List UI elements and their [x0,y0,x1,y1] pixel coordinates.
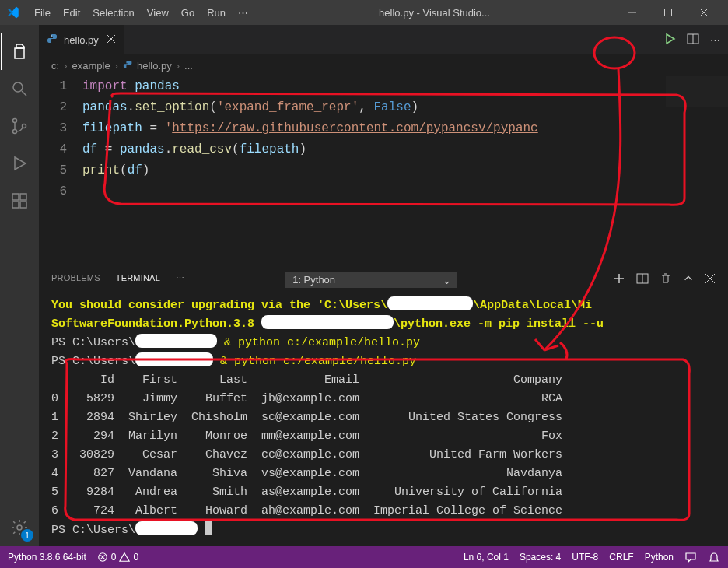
new-terminal-icon[interactable] [613,272,625,287]
tab-hello-py[interactable]: hello.py [39,25,124,54]
window-title: hello.py - Visual Studio... [254,7,614,19]
code-line[interactable]: 6 [39,181,728,202]
run-debug-icon[interactable] [1,145,38,182]
menu-selection[interactable]: Selection [86,7,140,19]
svg-point-7 [13,130,17,134]
chevron-right-icon: › [62,60,68,72]
feedback-icon[interactable] [684,551,697,563]
table-row: 4 827 Vandana Shiva vs@example.com Navda… [51,465,716,483]
status-ln-col[interactable]: Ln 6, Col 1 [464,552,509,563]
svg-rect-12 [20,194,26,200]
source-control-icon[interactable] [1,107,38,145]
table-row: 3 30829 Cesar Chavez cc@example.com Unit… [51,446,716,465]
maximize-button[interactable] [650,0,686,25]
table-row: 6 724 Albert Howard ah@example.com Imper… [51,502,716,521]
line-number: 4 [39,139,82,160]
menu-edit[interactable]: Edit [57,7,86,19]
run-file-button[interactable] [663,33,676,47]
menu-file[interactable]: File [28,7,57,19]
line-number: 5 [39,160,82,181]
close-panel-icon[interactable] [705,273,716,286]
line-number: 3 [39,118,82,139]
chevron-down-icon: ⌄ [443,275,451,286]
code-line[interactable]: 4df = pandas.read_csv(filepath) [39,139,728,160]
line-number: 6 [39,181,82,202]
svg-rect-10 [12,202,19,208]
statusbar: Python 3.8.6 64-bit 0 0 Ln 6, Col 1 Spac… [0,546,728,568]
terminal-cursor [205,521,212,535]
status-language[interactable]: Python [645,552,674,563]
tab-label: hello.py [64,34,99,46]
editor-more-icon[interactable]: ⋯ [710,34,720,46]
panel-tab-terminal[interactable]: TERMINAL [116,273,160,286]
line-number: 1 [39,76,82,97]
close-tab-icon[interactable] [107,34,116,46]
svg-point-13 [17,525,22,530]
table-header: Id First Last Email Company [51,371,716,390]
split-editor-icon[interactable] [687,33,699,47]
explorer-icon[interactable] [1,33,38,70]
tabs: hello.py ⋯ [39,25,728,54]
extensions-icon[interactable] [1,182,38,219]
status-python-version[interactable]: Python 3.8.6 64-bit [8,552,86,563]
svg-rect-11 [20,202,26,208]
split-terminal-icon[interactable] [636,272,649,287]
menu-run[interactable]: Run [201,7,232,19]
line-number: 2 [39,97,82,118]
code-editor[interactable]: 1import pandas2pandas.set_option('expand… [39,76,728,265]
titlebar: File Edit Selection View Go Run ⋯ hello.… [0,0,728,25]
svg-point-4 [13,82,23,92]
search-icon[interactable] [1,70,38,107]
panel-tab-problems[interactable]: PROBLEMS [51,273,100,286]
breadcrumb-part[interactable]: ... [184,60,193,72]
close-window-button[interactable] [686,0,722,25]
terminal-output[interactable]: You should consider upgrading via the 'C… [39,293,728,546]
chevron-right-icon: › [114,60,120,72]
menu-view[interactable]: View [141,7,175,19]
minimize-button[interactable] [614,0,650,25]
code-line[interactable]: 3filepath = 'https://raw.githubuserconte… [39,118,728,139]
status-problems[interactable]: 0 0 [97,552,138,563]
table-row: 0 5829 Jimmy Buffet jb@example.com RCA [51,390,716,408]
status-spaces[interactable]: Spaces: 4 [520,552,561,563]
menu-more-icon[interactable]: ⋯ [232,7,254,19]
settings-badge: 1 [21,529,33,542]
settings-gear-icon[interactable]: 1 [1,509,38,546]
vscode-logo-icon [6,5,20,19]
menu-go[interactable]: Go [175,7,201,19]
table-row: 5 9284 Andrea Smith as@example.com Unive… [51,483,716,502]
chevron-right-icon: › [175,60,181,72]
status-eol[interactable]: CRLF [609,552,633,563]
code-line[interactable]: 1import pandas [39,76,728,97]
breadcrumbs[interactable]: c: › example › hello.py › ... [39,54,728,76]
svg-rect-9 [12,194,19,200]
panel-tabs: PROBLEMS TERMINAL ⋯ 1: Python ⌄ [39,265,728,293]
bottom-panel: PROBLEMS TERMINAL ⋯ 1: Python ⌄ You shou… [39,265,728,546]
table-row: 1 2894 Shirley Chisholm sc@example.com U… [51,408,716,427]
code-line[interactable]: 2pandas.set_option('expand_frame_repr', … [39,97,728,118]
svg-point-14 [51,35,51,36]
svg-point-8 [23,124,26,128]
main-area: 1 hello.py ⋯ c: › example › hello.py › [0,25,728,546]
terminal-selector[interactable]: 1: Python ⌄ [285,272,457,288]
breadcrumb-part[interactable]: hello.py [137,60,172,72]
bell-icon[interactable] [708,551,720,563]
svg-point-6 [13,119,17,123]
status-encoding[interactable]: UTF-8 [572,552,598,563]
table-row: 2 294 Marilyn Monroe mm@example.com Fox [51,427,716,446]
python-file-icon [47,33,59,46]
svg-rect-1 [665,9,672,16]
maximize-panel-icon[interactable] [683,273,694,286]
code-line[interactable]: 5print(df) [39,160,728,181]
activitybar: 1 [0,25,39,546]
trash-icon[interactable] [660,272,672,287]
svg-line-5 [22,91,26,96]
editor-area: hello.py ⋯ c: › example › hello.py › ...… [39,25,728,546]
minimap[interactable] [666,76,728,107]
panel-tab-more-icon[interactable]: ⋯ [176,273,184,286]
python-file-icon [123,60,134,71]
breadcrumb-part[interactable]: example [72,60,110,72]
breadcrumb-part[interactable]: c: [51,60,59,72]
